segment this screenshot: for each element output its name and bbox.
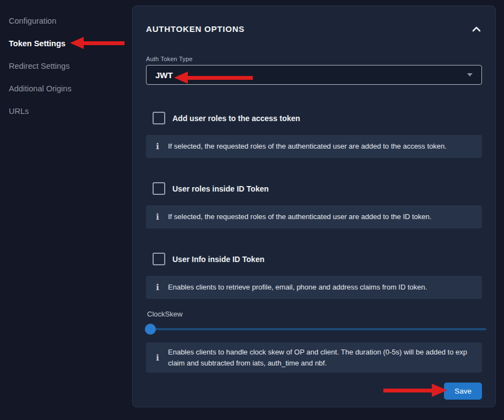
slider-thumb[interactable] xyxy=(145,324,156,335)
sidebar: Configuration Token Settings Redirect Se… xyxy=(0,0,132,420)
info-text: Enables clients to retrieve profile, ema… xyxy=(168,282,427,293)
info-icon: ℹ xyxy=(154,353,161,363)
page-title: AUTHTOKEN OPTIONS xyxy=(146,24,245,34)
chevron-up-icon xyxy=(472,25,481,34)
info-box-access-token-roles: ℹ If selected, the requested roles of th… xyxy=(146,135,482,158)
clockskew-slider xyxy=(146,324,482,335)
collapse-section-button[interactable] xyxy=(471,25,482,33)
info-icon: ℹ xyxy=(154,212,161,222)
auth-token-type-label: Auth Token Type xyxy=(146,56,482,62)
option-row-id-token-roles: User roles inside ID Token xyxy=(146,182,482,195)
auth-token-type-select[interactable]: JWT xyxy=(146,65,482,85)
info-text: Enables clients to handle clock skew of … xyxy=(168,347,474,368)
sidebar-item-additional-origins[interactable]: Additional Origins xyxy=(0,77,132,100)
checkbox-label[interactable]: Add user roles to the access token xyxy=(172,114,300,123)
info-icon: ℹ xyxy=(154,141,161,151)
auth-token-type-value: JWT xyxy=(155,70,173,80)
info-icon: ℹ xyxy=(154,282,161,292)
checkbox-user-roles-id-token[interactable] xyxy=(153,182,165,195)
save-button[interactable]: Save xyxy=(444,383,482,400)
sidebar-item-redirect-settings[interactable]: Redirect Settings xyxy=(0,54,132,77)
sidebar-item-configuration[interactable]: Configuration xyxy=(0,9,132,32)
checkbox-add-user-roles-access-token[interactable] xyxy=(153,112,165,124)
clockskew-label: ClockSkew xyxy=(146,310,482,318)
info-text: If selected, the requested roles of the … xyxy=(168,141,447,152)
checkbox-label[interactable]: User Info inside ID Token xyxy=(172,255,264,264)
checkbox-label[interactable]: User roles inside ID Token xyxy=(172,184,269,193)
panel-header: AUTHTOKEN OPTIONS xyxy=(146,6,482,34)
info-box-id-token-roles: ℹ If selected, the requested roles of th… xyxy=(146,205,482,228)
info-text: If selected, the requested roles of the … xyxy=(168,211,431,222)
sidebar-item-token-settings[interactable]: Token Settings xyxy=(0,32,132,54)
authtoken-options-panel: AUTHTOKEN OPTIONS Auth Token Type JWT Ad… xyxy=(132,6,496,407)
info-box-clockskew: ℹ Enables clients to handle clock skew o… xyxy=(146,342,482,373)
option-row-access-token-roles: Add user roles to the access token xyxy=(146,112,482,124)
info-box-user-info-id-token: ℹ Enables clients to retrieve profile, e… xyxy=(146,276,482,299)
save-row: Save xyxy=(146,383,482,400)
checkbox-user-info-id-token[interactable] xyxy=(153,253,165,265)
option-row-user-info-id-token: User Info inside ID Token xyxy=(146,253,482,265)
sidebar-item-urls[interactable]: URLs xyxy=(0,100,132,122)
slider-track[interactable] xyxy=(146,328,486,330)
caret-down-icon xyxy=(467,73,473,77)
